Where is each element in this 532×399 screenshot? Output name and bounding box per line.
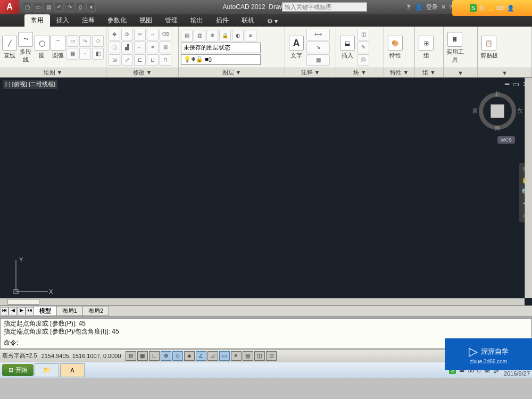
ellipse-icon[interactable]: ⬭ <box>92 35 104 47</box>
qat-print-icon[interactable]: ⎙ <box>76 2 85 12</box>
block-edit-icon[interactable]: ✎ <box>358 41 369 53</box>
stretch-icon[interactable]: ⇲ <box>109 54 120 66</box>
util-button[interactable]: 🖩实用工具 <box>446 31 464 64</box>
group-button[interactable]: ⊞组 <box>417 35 435 60</box>
viewcube-top-face[interactable] <box>491 104 504 118</box>
panel-group-title[interactable]: 组 ▼ <box>415 68 443 77</box>
app-logo[interactable]: A <box>0 0 19 14</box>
props-button[interactable]: 🎨特性 <box>386 35 404 60</box>
rect-icon[interactable]: ▭ <box>66 35 78 47</box>
break-icon[interactable]: ⊓ <box>160 54 171 66</box>
vp-maximize-icon[interactable]: ▭ <box>512 80 519 88</box>
tab-addins[interactable]: 插件 <box>210 14 235 27</box>
block-attr-icon[interactable]: ⓐ <box>358 54 369 66</box>
qat-redo-icon[interactable]: ↷ <box>65 2 74 12</box>
tab-output[interactable]: 输出 <box>184 14 210 27</box>
region-icon[interactable]: ◧ <box>92 48 104 60</box>
panel-draw-title[interactable]: 绘图 ▼ <box>0 68 106 77</box>
tab-extra[interactable]: ⚙ ▾ <box>261 16 284 27</box>
layer-freeze-icon[interactable]: ❄ <box>206 30 218 41</box>
wcs-badge[interactable]: WCS <box>497 136 515 144</box>
tab-annotate[interactable]: 注释 <box>76 14 101 27</box>
scrollbar-horizontal[interactable] <box>0 298 525 305</box>
fillet-icon[interactable]: ⌐ <box>134 41 146 53</box>
qat-more-icon[interactable]: ▾ <box>86 2 96 12</box>
help-search-input[interactable] <box>282 2 367 12</box>
panel-props-title[interactable]: 特性 ▼ <box>384 68 414 77</box>
lwt-toggle[interactable]: ≡ <box>231 351 242 361</box>
panel-clip-title[interactable]: ▼ <box>478 68 531 77</box>
vp-minimize-icon[interactable]: ━ <box>505 80 509 88</box>
layer-lock-icon[interactable]: 🔒 <box>219 30 231 41</box>
task-autocad[interactable]: A <box>60 363 85 377</box>
layout-tab-2[interactable]: 布局2 <box>82 306 109 316</box>
scroll-thumb[interactable] <box>7 299 39 305</box>
spline-icon[interactable]: ∿ <box>79 35 91 47</box>
ortho-toggle[interactable]: ∟ <box>149 351 160 361</box>
layer-match-icon[interactable]: ≡ <box>245 30 256 41</box>
start-button[interactable]: ⊞开始 <box>2 364 34 376</box>
tab-view[interactable]: 视图 <box>133 14 159 27</box>
tpy-toggle[interactable]: ▤ <box>243 351 253 361</box>
arc-button[interactable]: ⌒圆弧 <box>51 35 65 60</box>
drawing-area[interactable]: [-] [俯视] [二维线框] ━ ▭ ✕ 北 南 西 东 WCS ◎ ✋ 🔍 … <box>0 78 532 316</box>
polyline-button[interactable]: ⤳多段线 <box>18 31 33 64</box>
join-icon[interactable]: ⊔ <box>147 54 159 66</box>
layout-tab-1[interactable]: 布局1 <box>56 306 83 316</box>
exchange-icon[interactable]: ✕ <box>441 4 446 11</box>
panel-modify-title[interactable]: 修改 ▼ <box>106 68 178 77</box>
line-button[interactable]: ╱直线 <box>2 35 17 60</box>
copy-icon[interactable]: ⿻ <box>109 41 120 53</box>
erase-icon[interactable]: ⌫ <box>160 29 171 40</box>
text-button[interactable]: A文字 <box>287 35 305 60</box>
leader-icon[interactable]: ↘ <box>306 41 330 53</box>
tray-date[interactable]: 2016/9/27 <box>504 370 530 377</box>
layer-off-icon[interactable]: ◐ <box>232 30 244 41</box>
qat-undo-icon[interactable]: ↶ <box>54 2 64 12</box>
layer-prop-icon[interactable]: ▤ <box>181 30 193 41</box>
table-icon[interactable]: ▦ <box>306 54 330 66</box>
tab-online[interactable]: 联机 <box>235 14 261 27</box>
viewcube-south[interactable]: 南 <box>495 124 500 132</box>
viewcube-north[interactable]: 北 <box>495 90 500 98</box>
view-cube[interactable]: 北 南 西 东 <box>479 93 516 130</box>
viewcube-west[interactable]: 西 <box>472 107 478 115</box>
ducs-toggle[interactable]: ⊿ <box>207 351 218 361</box>
scrollbar-vertical[interactable] <box>525 78 532 298</box>
layout-prev-icon[interactable]: ◀ <box>9 307 17 315</box>
layout-tab-model[interactable]: 模型 <box>34 306 57 316</box>
qat-new-icon[interactable]: ▢ <box>22 2 32 12</box>
dim-linear-icon[interactable]: ⟷ <box>306 29 330 40</box>
3dosnap-toggle[interactable]: ◈ <box>184 351 195 361</box>
insert-button[interactable]: ⬓插入 <box>338 35 356 60</box>
panel-annot-title[interactable]: 注释 ▼ <box>285 68 336 77</box>
block-create-icon[interactable]: ◫ <box>358 29 369 40</box>
point-icon[interactable]: · <box>79 48 91 60</box>
panel-layer-title[interactable]: 图层 ▼ <box>179 68 285 77</box>
tab-parametric[interactable]: 参数化 <box>101 14 133 27</box>
polar-toggle[interactable]: ⊕ <box>161 351 171 361</box>
layer-iso-icon[interactable]: ▥ <box>194 30 205 41</box>
viewcube-east[interactable]: 东 <box>517 107 522 115</box>
ime-badge[interactable]: S 英 🌙 ⌨ 👤 <box>452 0 532 16</box>
user-icon[interactable]: 👤 <box>415 4 423 11</box>
tab-insert[interactable]: 插入 <box>50 14 76 27</box>
dyn-toggle[interactable]: ▭ <box>219 351 230 361</box>
sc-toggle[interactable]: ⊡ <box>266 351 277 361</box>
scale-icon[interactable]: ⤢ <box>121 54 133 66</box>
tab-manage[interactable]: 管理 <box>159 14 184 27</box>
extend-icon[interactable]: ↔ <box>147 29 159 40</box>
qat-save-icon[interactable]: ▤ <box>44 2 53 12</box>
explode-icon[interactable]: ✶ <box>147 41 159 53</box>
clipboard-button[interactable]: 📋剪贴板 <box>480 35 498 60</box>
rotate-icon[interactable]: ⟳ <box>121 29 133 40</box>
binoculars-icon[interactable]: 🔭 <box>405 4 412 11</box>
cmd-prompt[interactable]: 命令: <box>4 338 18 347</box>
mirror-icon[interactable]: ▟ <box>121 41 133 53</box>
circle-button[interactable]: ◯圆 <box>35 35 49 60</box>
array-icon[interactable]: ⊞ <box>160 41 171 53</box>
qp-toggle[interactable]: ◫ <box>254 351 265 361</box>
login-link[interactable]: 登录 <box>426 3 438 11</box>
model-canvas[interactable] <box>0 78 160 157</box>
osnap-toggle[interactable]: ◇ <box>172 351 183 361</box>
